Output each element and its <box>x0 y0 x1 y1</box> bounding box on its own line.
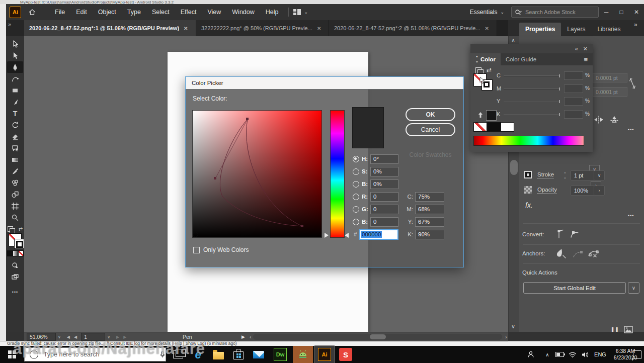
close-button[interactable]: ✕ <box>629 6 644 19</box>
menu-select[interactable]: Select <box>146 9 175 16</box>
none-swatch[interactable] <box>473 122 487 132</box>
scroll-right-icon[interactable]: › <box>505 334 507 340</box>
paintbrush-tool[interactable] <box>7 96 23 108</box>
hex-input[interactable]: 000000 <box>359 229 398 240</box>
close-icon[interactable]: ✕ <box>583 46 588 52</box>
swap-fill-stroke[interactable]: ⇄ <box>8 226 23 232</box>
pen-tool[interactable] <box>7 61 23 73</box>
mail-button[interactable] <box>251 346 267 363</box>
opacity-more-button[interactable]: › <box>594 186 605 196</box>
stroke-link[interactable]: Stroke <box>537 171 554 178</box>
channel-m-field[interactable] <box>564 84 583 93</box>
close-icon[interactable]: ✕ <box>317 26 321 31</box>
channel-y-field[interactable] <box>564 97 583 106</box>
stepper-down-icon[interactable]: ⌄ <box>564 175 567 179</box>
search-input[interactable] <box>524 9 586 16</box>
gradient-tool[interactable] <box>7 154 23 165</box>
convert-smooth-icon[interactable] <box>570 229 580 239</box>
remove-anchor-icon[interactable] <box>573 249 584 258</box>
dialog-title-bar[interactable]: Color Picker <box>186 77 463 89</box>
minimize-button[interactable]: ─ <box>599 6 614 19</box>
toolbar-collapse[interactable]: » <box>6 20 24 36</box>
scroll-up-icon[interactable]: ∧ <box>511 37 515 44</box>
global-edit-dropdown[interactable]: ∨ <box>628 282 639 294</box>
green-input[interactable]: 0 <box>370 205 398 214</box>
white-swatch[interactable] <box>501 122 514 132</box>
stroke-swatch-icon[interactable] <box>524 171 532 178</box>
fx-button[interactable]: fx. <box>525 201 533 209</box>
channel-m-slider[interactable] <box>504 88 560 89</box>
stroke-color-swatch[interactable] <box>14 239 24 249</box>
unlink-icon[interactable] <box>628 76 637 90</box>
panel-expand-icon[interactable]: » <box>634 21 637 28</box>
workspace-switcher[interactable]: Essentials ⌄ <box>470 9 504 16</box>
battery-icon[interactable] <box>553 346 566 363</box>
horizontal-scroll-thumb[interactable] <box>370 334 386 339</box>
canvas[interactable]: Color Picker Select Color: O <box>24 36 508 332</box>
green-radio[interactable] <box>353 206 359 213</box>
screen-mode-button[interactable] <box>7 271 23 283</box>
close-icon[interactable]: ✕ <box>184 26 188 31</box>
language-indicator[interactable]: ENG <box>593 346 608 363</box>
pause-sync-icon[interactable]: ❚❚ <box>611 327 619 332</box>
flip-horizontal-icon[interactable] <box>594 116 604 124</box>
channel-k-slider[interactable] <box>504 114 560 115</box>
shaper-tool[interactable] <box>7 142 23 154</box>
transform-height-field[interactable]: 0.0001 pt <box>593 87 627 97</box>
cut-path-icon[interactable] <box>588 247 600 259</box>
copy-icon[interactable] <box>475 67 481 73</box>
black-swatch[interactable] <box>487 122 501 132</box>
hue-radio[interactable] <box>353 156 359 162</box>
cyan-input[interactable]: 75% <box>415 192 444 202</box>
close-icon[interactable]: ✕ <box>485 26 489 31</box>
appearance-more-options[interactable]: ••• <box>628 213 634 218</box>
last-page-icon[interactable]: ▶ <box>123 335 126 339</box>
black-input[interactable]: 90% <box>415 230 444 239</box>
color-gradient-none-bar[interactable] <box>7 250 24 256</box>
people-button[interactable] <box>524 346 537 363</box>
hue-marker-right-icon[interactable] <box>345 233 349 238</box>
opacity-field[interactable]: 100% <box>571 186 596 196</box>
rectangle-tool[interactable] <box>7 84 23 96</box>
maximize-button[interactable]: □ <box>614 6 629 19</box>
tab-color-guide[interactable]: Color Guide <box>501 54 541 65</box>
home-icon[interactable] <box>24 7 40 18</box>
document-tab-1[interactable]: 2020-06-22_8-47-52.png*:1 @ 51.06% (RGB/… <box>24 20 196 36</box>
edit-toolbar-button[interactable]: ••• <box>12 290 18 295</box>
prev-page-icon[interactable]: ◀ <box>74 335 77 339</box>
convert-corner-icon[interactable] <box>555 229 565 239</box>
tray-expand-icon[interactable]: ∧ <box>542 346 552 363</box>
scroll-down-icon[interactable]: ∨ <box>511 323 515 330</box>
horizontal-scrollbar[interactable] <box>253 334 502 340</box>
menu-view[interactable]: View <box>202 9 226 16</box>
color-field[interactable] <box>192 110 322 238</box>
eraser-tool[interactable] <box>7 131 23 142</box>
illustrator-taskbar-button[interactable]: Ai <box>315 346 334 363</box>
tab-properties[interactable]: Properties <box>519 23 561 36</box>
opacity-link[interactable]: Opacity <box>537 187 557 194</box>
app-logo-icon[interactable]: Ai <box>10 7 21 18</box>
opacity-swatch-icon[interactable] <box>524 186 532 194</box>
arrange-documents-button[interactable]: ⌄ <box>293 9 308 16</box>
menu-effect[interactable]: Effect <box>175 9 202 16</box>
vertical-scroll-thumb[interactable] <box>510 160 518 175</box>
next-page-icon[interactable]: ▶ <box>116 335 119 339</box>
selection-tool[interactable] <box>7 38 23 50</box>
panel-menu-icon[interactable]: ≡ <box>584 56 593 63</box>
document-tab-2[interactable]: 322222222.png* @ 50% (RGB/GPU Previe... … <box>196 20 329 36</box>
start-global-edit-button[interactable]: Start Global Edit <box>523 282 626 294</box>
blue-input[interactable]: 0 <box>370 217 398 227</box>
blue-radio[interactable] <box>353 219 359 225</box>
color-field-marker[interactable] <box>193 232 198 237</box>
stroke-width-dropdown[interactable]: ∨ <box>594 170 605 180</box>
menu-type[interactable]: Type <box>122 9 146 16</box>
tab-layers[interactable]: Layers <box>561 23 591 36</box>
menu-file[interactable]: File <box>49 9 70 16</box>
curvature-tool[interactable] <box>7 73 23 84</box>
tab-libraries[interactable]: Libraries <box>591 23 626 36</box>
tab-color[interactable]: ⌃⌄ Color <box>470 53 501 65</box>
store-button[interactable] <box>230 346 247 363</box>
saturation-radio[interactable] <box>353 168 359 175</box>
menu-help[interactable]: Help <box>260 9 284 16</box>
volume-icon[interactable] <box>580 346 591 363</box>
